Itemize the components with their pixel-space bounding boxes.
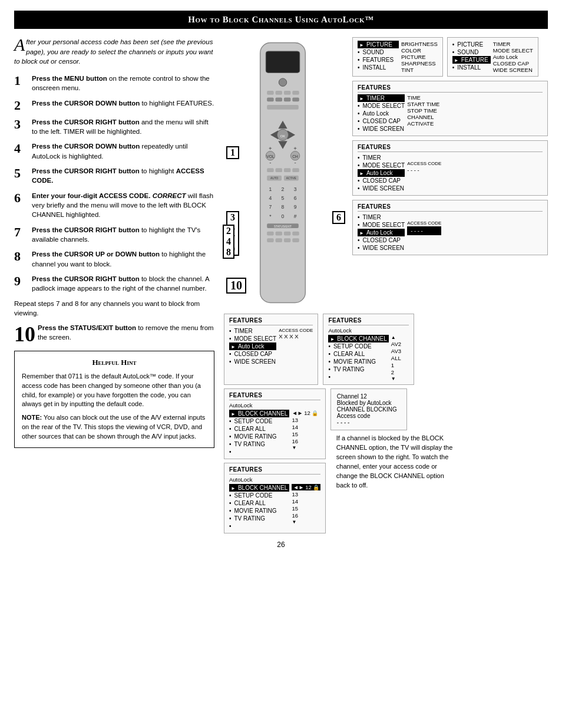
- right-picture: PICTURE: [401, 54, 438, 60]
- svg-rect-3: [267, 91, 274, 95]
- bottom-row: FEATURES AutoLock BLOCK CHANNEL • SETUP …: [224, 388, 548, 533]
- blocked-by: Blocked by AutoLock: [337, 400, 401, 406]
- features-menu-autolock: FEATURES • TIMER • MODE SELECT Auto Lock…: [352, 140, 548, 196]
- step-label-1: 1: [226, 146, 239, 159]
- arrow-right-icon: [454, 57, 459, 63]
- svg-text:VOL: VOL: [266, 154, 275, 159]
- ar3: [359, 229, 365, 236]
- arrow-right-ch12: ◄►: [292, 410, 303, 416]
- autolock-subtitle-2: AutoLock: [328, 327, 409, 334]
- right-closed-cap: CLOSED CAP: [493, 60, 533, 67]
- svg-rect-54: [284, 238, 291, 242]
- step-2: 2 Press the CURSOR DOWN button to highli…: [14, 98, 214, 112]
- page-title: How to Block Channels Using AutoLock™: [188, 15, 374, 24]
- closed-cap-1: • CLOSED CAP: [358, 117, 405, 125]
- svg-text:OK: OK: [280, 134, 285, 138]
- svg-text:5: 5: [282, 195, 285, 201]
- timer-2: • TIMER: [358, 154, 405, 162]
- svg-text:6: 6: [294, 195, 297, 201]
- bc-sel-cl1: BLOCK CHANNEL: [229, 410, 289, 417]
- more-cl2: •: [229, 522, 289, 530]
- more-cl1: •: [229, 448, 289, 456]
- access-code-black-box: - - - -: [407, 226, 441, 235]
- channel-list-menu-1: FEATURES AutoLock BLOCK CHANNEL • SETUP …: [224, 388, 326, 459]
- menus-stack: PICTURE • SOUND • FEATURES • INSTALL BRI…: [352, 37, 548, 310]
- autolock-menu-1: FEATURES • TIMER • MODE SELECT Auto Lock…: [224, 314, 318, 385]
- access-code-label-3: ACCESS CODE: [407, 220, 441, 226]
- svg-rect-51: [292, 232, 299, 236]
- top-picture-menus: PICTURE • SOUND • FEATURES • INSTALL BRI…: [352, 37, 548, 77]
- features-menu-timer: FEATURES TIMER • MODE SELECT • Auto Lock…: [352, 81, 548, 136]
- bc-sel-cl2: BLOCK CHANNEL: [229, 484, 289, 492]
- ch-blocking: CHANNEL BLOCKING: [337, 406, 401, 413]
- remote-svg: OK VOL CH + - + -: [224, 37, 342, 308]
- menu-item-picture-sel: PICTURE: [358, 41, 399, 48]
- intro-paragraph: After your personal access code has been…: [14, 37, 214, 67]
- mode-select-3: • MODE SELECT: [358, 221, 405, 229]
- autolock-menus-row: FEATURES • TIMER • MODE SELECT Auto Lock…: [224, 314, 548, 385]
- left-column: After your personal access code has been…: [14, 37, 214, 533]
- blocked-screen: Channel 12 Blocked by AutoLock CHANNEL B…: [330, 388, 407, 430]
- svg-text:#: #: [294, 213, 297, 219]
- wide-screen-3: • WIDE SCREEN: [358, 244, 405, 252]
- svg-rect-10: [292, 98, 299, 102]
- menu-item-install: • INSTALL: [358, 64, 399, 71]
- step-num-3: 3: [14, 118, 27, 131]
- access-code-label-blocked: Access code: [337, 413, 401, 419]
- ar1: [359, 95, 365, 101]
- arrow-dn-cl1: ▼: [292, 445, 318, 450]
- ch12-row: ◄► 12: [292, 410, 318, 416]
- step-text-1: Press the MENU button on the remote cont…: [32, 74, 214, 93]
- svg-text:3: 3: [294, 186, 297, 192]
- step-num-8: 8: [14, 250, 27, 263]
- step-text-5: Press the CURSOR RIGHT button to highlig…: [32, 166, 214, 186]
- svg-rect-6: [292, 91, 299, 95]
- features-title-1: FEATURES: [358, 84, 543, 93]
- ar6: [231, 410, 236, 417]
- channel-list-menu-2: FEATURES AutoLock BLOCK CHANNEL • SETUP …: [224, 463, 326, 533]
- step-9: 9 Press the CURSOR RIGHT button to block…: [14, 274, 214, 294]
- svg-rect-9: [284, 98, 291, 102]
- hint-paragraph-1: Remember that 0711 is the default AutoLo…: [22, 372, 207, 410]
- step-num-1: 1: [14, 74, 27, 87]
- padlock-icon-2: 🔒: [313, 485, 319, 490]
- step-text-4: Press the CURSOR DOWN button repeatedly …: [32, 141, 214, 161]
- stop-time-label: STOP TIME: [407, 107, 439, 114]
- svg-text:CH: CH: [292, 154, 298, 159]
- svg-rect-27: [276, 168, 283, 172]
- right-autolock: Auto Lock: [493, 54, 533, 60]
- padlock-icon: [312, 410, 318, 416]
- menu-item-sound: • SOUND: [358, 48, 399, 56]
- ca-cl2: • CLEAR ALL: [229, 499, 289, 507]
- autolock-al1-sel: Auto Lock: [229, 342, 276, 350]
- ch-all: ALL: [391, 355, 401, 361]
- step-num-4: 4: [14, 142, 27, 155]
- autolock-sel-2: Auto Lock: [358, 169, 405, 177]
- step-num-9: 9: [14, 275, 27, 288]
- step-3: 3 Press the CURSOR RIGHT button and the …: [14, 117, 214, 137]
- step-text-3: Press the CURSOR RIGHT button and the me…: [32, 117, 214, 137]
- step-6: 6 Enter your four-digit ACCESS CODE. COR…: [14, 191, 214, 220]
- right-timer: TIMER: [493, 41, 533, 47]
- arrow-icon: [359, 41, 365, 48]
- svg-text:ACTIVE: ACTIVE: [286, 177, 296, 180]
- step-num-2: 2: [14, 99, 27, 112]
- activate-label: ACTIVATE: [407, 120, 439, 127]
- hint-box: Helpful Hint Remember that 0711 is the d…: [14, 351, 214, 448]
- step-text-7: Press the CURSOR RIGHT button to highlig…: [32, 225, 214, 245]
- repeat-note: Repeat steps 7 and 8 for any channels yo…: [14, 299, 214, 318]
- cl2-subtitle: AutoLock: [229, 476, 320, 483]
- setup-code-2: • SETUP CODE: [328, 342, 388, 350]
- right-mode-select: MODE SELECT: [493, 47, 533, 54]
- timer-selected: TIMER: [358, 94, 405, 102]
- step-text-2: Press the CURSOR DOWN button to highligh…: [32, 98, 214, 108]
- autolock-sel-3: Auto Lock: [358, 229, 405, 236]
- closed-cap-3: • CLOSED CAP: [358, 236, 405, 244]
- svg-rect-7: [267, 98, 274, 102]
- svg-rect-11: [267, 105, 299, 110]
- cc-al1: • CLOSED CAP: [229, 350, 276, 358]
- step-8: 8 Press the CURSOR UP or DOWN button to …: [14, 249, 214, 269]
- svg-text:8: 8: [282, 204, 285, 210]
- mr-cl2: • MOVIE RATING: [229, 507, 289, 515]
- svg-text:0: 0: [282, 213, 285, 219]
